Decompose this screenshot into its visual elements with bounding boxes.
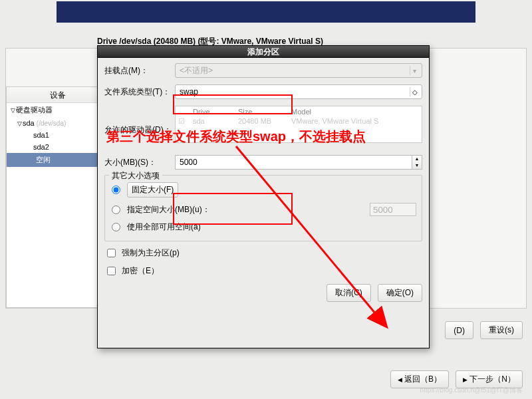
option-upto-input [370, 203, 416, 216]
drives-header: Drive Size Model [176, 108, 422, 116]
arrow-left-icon: ◀ [398, 376, 402, 383]
cancel-button[interactable]: 取消(C) [327, 284, 371, 302]
fstype-label: 文件系统类型(T)： [104, 86, 175, 98]
drive-row-sda[interactable]: ☑ sda 20480 MB VMware, VMware Virtual S [176, 116, 422, 127]
allowed-drives-list[interactable]: Drive Size Model ☑ sda 20480 MB VMware, … [175, 106, 422, 143]
encrypt-label: 加密（E） [122, 265, 159, 277]
spinner-down-icon[interactable]: ▼ [412, 162, 422, 169]
watermark: https://blog.csdn.n@f51@fT@博客 [420, 386, 523, 395]
delete-button[interactable]: (D) [445, 321, 473, 339]
allowed-drives-row: 允许的驱动器(D)： Drive Size Model ☑ sda 20480 … [104, 106, 422, 148]
size-input[interactable] [175, 155, 412, 170]
tree-item-sda1[interactable]: sda1 [7, 129, 109, 141]
reset-button[interactable]: 重设(s) [480, 321, 523, 339]
dialog-actions: 取消(C) 确定(O) [98, 277, 429, 309]
mount-point-row: 挂载点(M)： <不适用> ▾ [104, 63, 422, 78]
option-fixed-row[interactable]: 固定大小(F) [110, 180, 416, 200]
device-tree: 设备 ▽硬盘驱动器 ▽sda (/dev/sda) sda1 sda2 空闲 [6, 86, 110, 308]
encrypt-row[interactable]: 加密（E） [104, 265, 422, 277]
force-primary-label: 强制为主分区(p) [122, 247, 180, 259]
option-upto-radio[interactable] [112, 205, 120, 214]
tree-item-sda[interactable]: ▽sda (/dev/sda) [7, 117, 109, 129]
size-options-legend: 其它大小选项 [109, 170, 162, 182]
add-partition-dialog: 添加分区 挂载点(M)： <不适用> ▾ 文件系统类型(T)： swap ◇ 允… [97, 45, 430, 348]
chevron-down-icon: ▾ [410, 66, 419, 75]
fstype-row: 文件系统类型(T)： swap ◇ [104, 84, 422, 99]
chevron-down-icon: ◇ [410, 87, 419, 96]
size-spinner[interactable]: ▲ ▼ [175, 155, 422, 170]
fstype-combo[interactable]: swap ◇ [175, 84, 422, 99]
tree-header-device[interactable]: 设备 [7, 87, 109, 103]
force-primary-row[interactable]: 强制为主分区(p) [104, 247, 422, 259]
encrypt-checkbox[interactable] [107, 267, 116, 275]
option-fixed-radio[interactable] [112, 186, 120, 194]
arrow-right-icon: ▶ [463, 376, 467, 383]
option-upto-label: 指定空间大小(MB)(u)： [127, 204, 210, 215]
tree-root-hdd[interactable]: ▽硬盘驱动器 [7, 103, 109, 117]
allowed-drives-label: 允许的驱动器(D)： [104, 106, 175, 136]
mount-point-combo[interactable]: <不适用> ▾ [175, 63, 422, 78]
force-primary-checkbox[interactable] [107, 249, 116, 257]
tree-item-sda2[interactable]: sda2 [7, 141, 109, 153]
size-options-frame: 其它大小选项 固定大小(F) 指定空间大小(MB)(u)： 使用全部可用空间(a… [104, 175, 422, 241]
option-fill-row[interactable]: 使用全部可用空间(a) [110, 219, 416, 235]
mount-point-label: 挂载点(M)： [104, 65, 175, 76]
tree-item-free[interactable]: 空闲 [7, 153, 109, 167]
mount-point-value: <不适用> [180, 65, 213, 76]
top-banner [57, 1, 475, 23]
size-row: 大小(MB)(S)： ▲ ▼ [104, 155, 422, 170]
option-fixed-label: 固定大小(F) [127, 182, 178, 198]
option-fill-label: 使用全部可用空间(a) [127, 221, 201, 233]
bg-action-row: (D) 重设(s) [445, 321, 523, 339]
size-label: 大小(MB)(S)： [104, 157, 175, 168]
ok-button[interactable]: 确定(O) [378, 284, 422, 302]
spinner-up-icon[interactable]: ▲ [412, 156, 422, 162]
option-upto-row[interactable]: 指定空间大小(MB)(u)： [110, 200, 416, 219]
dialog-title: 添加分区 [98, 46, 429, 58]
fstype-value: swap [180, 87, 198, 96]
spinner-buttons[interactable]: ▲ ▼ [412, 155, 422, 170]
checkbox-icon: ☑ [178, 117, 192, 126]
option-fill-radio[interactable] [112, 223, 120, 231]
